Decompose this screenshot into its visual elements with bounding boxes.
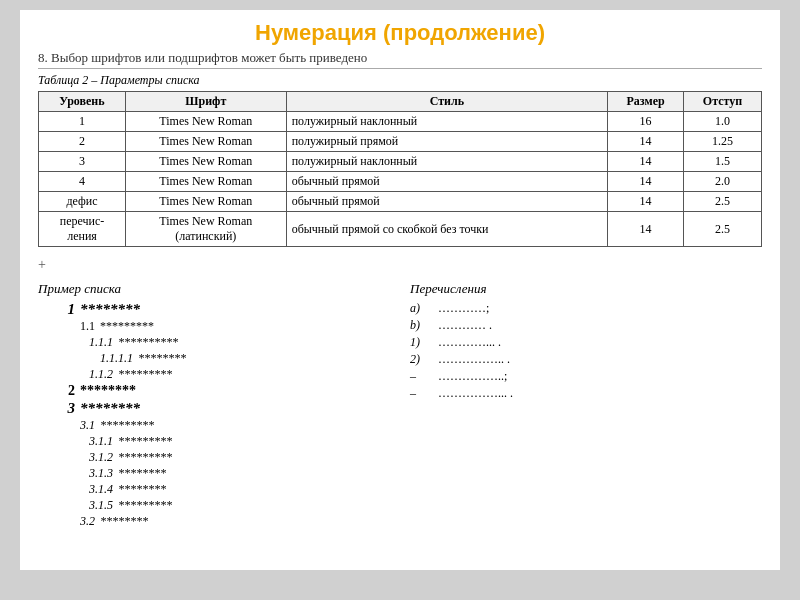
list-item-text: ******** <box>80 383 136 399</box>
table-row: перечис- ленияTimes New Roman (латинский… <box>39 212 762 247</box>
cell-font: Times New Roman <box>125 112 286 132</box>
table-row: 3Times New Romanполужирный наклонный141.… <box>39 152 762 172</box>
list-item-label: 1.1.1 <box>76 335 118 350</box>
list-item-text: ********* <box>118 434 172 449</box>
table-row: 4Times New Romanобычный прямой142.0 <box>39 172 762 192</box>
table-row: 2Times New Romanполужирный прямой141.25 <box>39 132 762 152</box>
list-item-label: 3 <box>38 400 80 417</box>
cell-font: Times New Roman (латинский) <box>125 212 286 247</box>
enum-item-text: …………... . <box>438 335 501 350</box>
cell-size: 14 <box>608 132 684 152</box>
enum-item: a)…………; <box>410 301 762 316</box>
right-items: a)…………;b)………… .1)…………... .2)…………….. .–……… <box>410 301 762 401</box>
enum-item-text: ………… . <box>438 318 492 333</box>
cell-indent: 1.0 <box>684 112 762 132</box>
list-item-label: 3.1.3 <box>76 466 118 481</box>
col-header-style: Стиль <box>286 92 607 112</box>
list-item: 3.1.4******** <box>76 482 390 497</box>
cell-style: обычный прямой <box>286 172 607 192</box>
list-item-label: 1.1.1.1 <box>96 351 138 366</box>
list-item-text: ********** <box>118 335 178 350</box>
cell-style: полужирный наклонный <box>286 112 607 132</box>
enum-item-text: ……………... . <box>438 386 513 401</box>
cell-size: 14 <box>608 152 684 172</box>
list-item-label: 1.1 <box>58 319 100 334</box>
enum-item-text: …………….. . <box>438 352 510 367</box>
cell-style: полужирный прямой <box>286 132 607 152</box>
cell-font: Times New Roman <box>125 192 286 212</box>
enum-item: 2)…………….. . <box>410 352 762 367</box>
list-item-text: ******** <box>80 400 140 417</box>
cell-indent: 1.25 <box>684 132 762 152</box>
list-item: 3.1********* <box>58 418 390 433</box>
enum-item-label: – <box>410 386 438 401</box>
cell-indent: 2.5 <box>684 212 762 247</box>
cell-level: 3 <box>39 152 126 172</box>
cell-level: 4 <box>39 172 126 192</box>
list-item-text: ******** <box>118 482 166 497</box>
enum-item-label: 2) <box>410 352 438 367</box>
list-item-label: 3.1.5 <box>76 498 118 513</box>
enum-item: –……………... . <box>410 386 762 401</box>
right-section-title: Перечисления <box>410 281 762 297</box>
list-item-text: ********* <box>118 498 172 513</box>
enum-item: b)………… . <box>410 318 762 333</box>
enum-item: –……………..; <box>410 369 762 384</box>
list-item: 1******** <box>38 301 390 318</box>
list-item: 1.1.1********** <box>76 335 390 350</box>
two-col-section: Пример списка 1********1.1*********1.1.1… <box>38 281 762 530</box>
list-item-text: ********* <box>118 367 172 382</box>
col-header-indent: Отступ <box>684 92 762 112</box>
list-item-label: 2 <box>38 383 80 399</box>
list-item: 3.2******** <box>58 514 390 529</box>
table-row: 1Times New Romanполужирный наклонный161.… <box>39 112 762 132</box>
list-item-label: 1.1.2 <box>76 367 118 382</box>
list-item-text: ******** <box>118 466 166 481</box>
list-item-text: ********* <box>100 319 154 334</box>
list-item-text: ******** <box>138 351 186 366</box>
cell-indent: 2.0 <box>684 172 762 192</box>
table-caption: Таблица 2 – Параметры списка <box>38 73 762 88</box>
list-item-label: 3.1.4 <box>76 482 118 497</box>
list-item: 3.1.2********* <box>76 450 390 465</box>
left-list-section: Пример списка 1********1.1*********1.1.1… <box>38 281 390 530</box>
table-row: дефисTimes New Romanобычный прямой142.5 <box>39 192 762 212</box>
list-item: 3.1.5********* <box>76 498 390 513</box>
cell-level: перечис- ления <box>39 212 126 247</box>
left-section-title: Пример списка <box>38 281 390 297</box>
cell-font: Times New Roman <box>125 152 286 172</box>
subtitle-line: 8. Выбор шрифтов или подшрифтов может бы… <box>38 50 762 69</box>
cell-font: Times New Roman <box>125 132 286 152</box>
cell-style: обычный прямой со скобкой без точки <box>286 212 607 247</box>
cell-font: Times New Roman <box>125 172 286 192</box>
page-title: Нумерация (продолжение) <box>38 20 762 46</box>
list-item: 1.1.2********* <box>76 367 390 382</box>
col-header-size: Размер <box>608 92 684 112</box>
list-item-label: 3.1.1 <box>76 434 118 449</box>
cell-style: полужирный наклонный <box>286 152 607 172</box>
cell-size: 14 <box>608 192 684 212</box>
cell-size: 14 <box>608 212 684 247</box>
cell-level: дефис <box>39 192 126 212</box>
cell-level: 2 <box>39 132 126 152</box>
enum-item-text: ……………..; <box>438 369 507 384</box>
list-item: 3******** <box>38 400 390 417</box>
list-item: 1.1.1.1******** <box>96 351 390 366</box>
cell-style: обычный прямой <box>286 192 607 212</box>
cell-indent: 2.5 <box>684 192 762 212</box>
page: Нумерация (продолжение) 8. Выбор шрифтов… <box>20 10 780 570</box>
enum-item-label: a) <box>410 301 438 316</box>
cell-indent: 1.5 <box>684 152 762 172</box>
enum-item-label: – <box>410 369 438 384</box>
enum-item-label: b) <box>410 318 438 333</box>
list-item-label: 1 <box>38 301 80 318</box>
cell-level: 1 <box>39 112 126 132</box>
list-item-text: ********* <box>100 418 154 433</box>
table-header-row: Уровень Шрифт Стиль Размер Отступ <box>39 92 762 112</box>
list-item-text: ********* <box>118 450 172 465</box>
list-item-label: 3.1 <box>58 418 100 433</box>
list-item-text: ******** <box>100 514 148 529</box>
cell-size: 14 <box>608 172 684 192</box>
list-item-label: 3.2 <box>58 514 100 529</box>
list-item: 3.1.3******** <box>76 466 390 481</box>
